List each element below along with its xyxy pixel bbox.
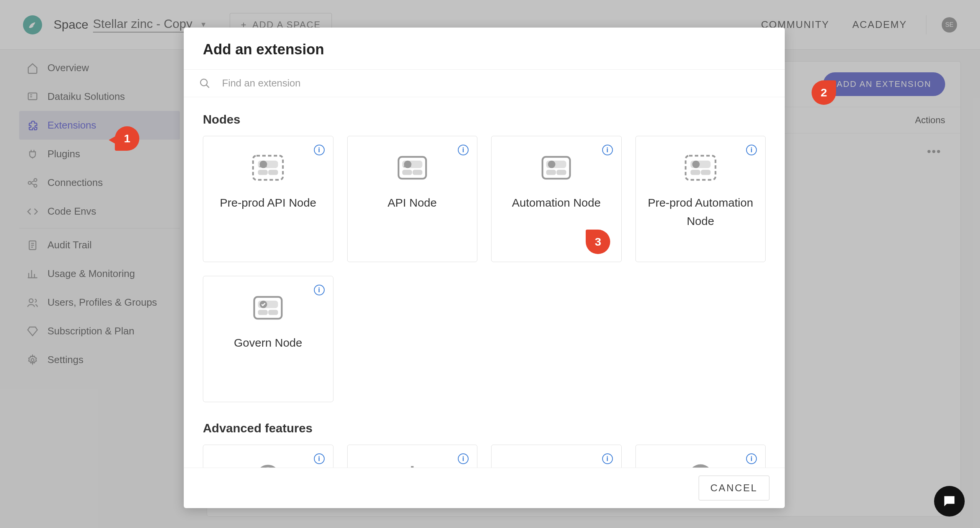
- svg-rect-33: [259, 311, 267, 314]
- feature-icon: [251, 461, 285, 468]
- svg-rect-13: [269, 171, 277, 174]
- section-title-nodes: Nodes: [203, 112, 766, 127]
- annotation-1: 1: [115, 126, 139, 151]
- card-label: API Node: [388, 194, 437, 212]
- extension-card-preprod-api-node[interactable]: i API Pre-prod API Node: [203, 136, 333, 262]
- svg-point-7: [201, 79, 207, 86]
- info-icon[interactable]: i: [602, 145, 613, 155]
- info-icon[interactable]: i: [314, 285, 325, 295]
- cancel-button[interactable]: CANCEL: [699, 476, 769, 500]
- svg-text:API: API: [405, 163, 410, 167]
- section-title-advanced: Advanced features: [203, 421, 766, 435]
- info-icon[interactable]: i: [458, 453, 469, 464]
- svg-rect-19: [413, 171, 421, 174]
- node-icon: [683, 152, 718, 183]
- modal-body: Nodes i API Pre-prod API Node i API API …: [184, 97, 785, 468]
- extension-card-advanced-3[interactable]: i: [491, 445, 622, 468]
- info-icon[interactable]: i: [746, 145, 757, 155]
- card-label: Pre-prod API Node: [220, 194, 316, 212]
- modal-footer: CANCEL: [184, 468, 785, 508]
- modal-title: Add an extension: [184, 28, 785, 69]
- card-label: Pre-prod Automation Node: [644, 194, 758, 230]
- card-label: Govern Node: [234, 334, 302, 352]
- extension-card-advanced-4[interactable]: i: [635, 445, 766, 468]
- svg-rect-29: [702, 171, 710, 174]
- svg-text:API: API: [261, 163, 266, 167]
- svg-rect-18: [403, 171, 411, 174]
- svg-point-35: [258, 466, 278, 468]
- add-extension-modal: Add an extension Nodes i API Pre-prod AP…: [184, 28, 785, 508]
- info-icon[interactable]: i: [314, 145, 325, 155]
- node-icon: [251, 292, 285, 323]
- svg-rect-34: [269, 311, 277, 314]
- feature-icon: [683, 461, 718, 468]
- svg-rect-28: [691, 171, 699, 174]
- svg-point-37: [688, 464, 712, 468]
- info-icon[interactable]: i: [602, 453, 613, 464]
- extension-card-advanced-1[interactable]: i: [203, 445, 333, 468]
- svg-rect-12: [259, 171, 267, 174]
- card-label: Automation Node: [512, 194, 601, 212]
- feature-icon: [395, 461, 430, 468]
- node-icon: API: [251, 152, 285, 183]
- svg-rect-24: [557, 171, 565, 174]
- modal-search-bar: [184, 69, 785, 97]
- annotation-3: 3: [586, 230, 610, 254]
- info-icon[interactable]: i: [314, 453, 325, 464]
- search-input[interactable]: [222, 77, 769, 89]
- search-icon: [199, 78, 211, 89]
- feature-icon: [539, 461, 573, 468]
- extension-card-api-node[interactable]: i API API Node: [347, 136, 478, 262]
- info-icon[interactable]: i: [746, 453, 757, 464]
- svg-rect-23: [547, 171, 555, 174]
- info-icon[interactable]: i: [458, 145, 469, 155]
- extension-card-advanced-2[interactable]: i: [347, 445, 478, 468]
- node-icon: API: [395, 152, 430, 183]
- node-icon: [539, 152, 573, 183]
- annotation-2: 2: [812, 80, 836, 105]
- extension-card-govern-node[interactable]: i Govern Node: [203, 276, 333, 402]
- extension-card-preprod-automation-node[interactable]: i Pre-prod Automation Node: [635, 136, 766, 262]
- chat-button[interactable]: [934, 486, 965, 517]
